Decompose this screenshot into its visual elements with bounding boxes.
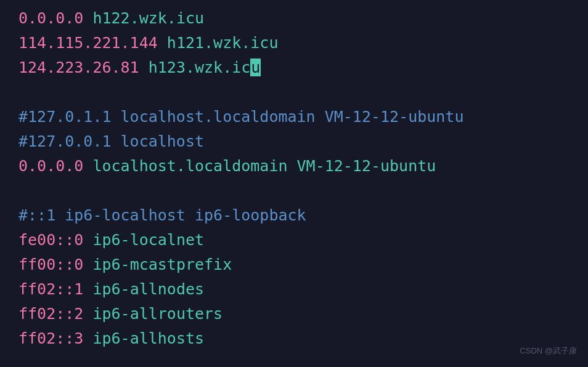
ip-address: ff02::1 — [18, 280, 83, 298]
comment-text: #127.0.1.1 localhost.localdomain VM-12-1… — [18, 108, 463, 126]
ip-address: 0.0.0.0 — [18, 9, 83, 27]
editor-line[interactable]: #127.0.0.1 localhost — [18, 129, 570, 154]
editor-line[interactable]: 0.0.0.0 localhost.localdomain VM-12-12-u… — [18, 154, 570, 179]
cursor: u — [250, 58, 261, 76]
ip-address: ff02::3 — [18, 329, 83, 347]
hostname: localhost.localdomain VM-12-12-ubuntu — [92, 157, 436, 175]
ip-address: 114.115.221.144 — [18, 34, 158, 52]
editor-line[interactable]: 0.0.0.0 h122.wzk.icu — [18, 6, 570, 31]
hostname: ip6-localnet — [92, 231, 204, 249]
editor-line[interactable] — [18, 179, 570, 203]
editor-line[interactable] — [18, 80, 570, 105]
ip-address: ff02::2 — [18, 305, 83, 323]
editor-line[interactable]: fe00::0 ip6-localnet — [18, 228, 570, 252]
watermark: CSDN @武子康 — [520, 339, 577, 363]
hosts-file-content[interactable]: 0.0.0.0 h122.wzk.icu114.115.221.144 h121… — [18, 6, 570, 351]
hostname: h122.wzk.icu — [92, 9, 204, 27]
comment-text: #127.0.0.1 localhost — [18, 132, 204, 150]
ip-address: 0.0.0.0 — [18, 157, 83, 175]
editor-line[interactable]: #127.0.1.1 localhost.localdomain VM-12-1… — [18, 105, 570, 129]
editor-line[interactable]: ff02::1 ip6-allnodes — [18, 277, 570, 302]
ip-address: ff00::0 — [18, 256, 83, 273]
editor-line[interactable]: ff02::2 ip6-allrouters — [18, 302, 570, 326]
hostname: h121.wzk.icu — [167, 34, 279, 52]
ip-address: 124.223.26.81 — [18, 58, 139, 76]
hostname: h123.wzk.ic — [149, 58, 251, 76]
editor-line[interactable]: 114.115.221.144 h121.wzk.icu — [18, 31, 570, 55]
editor-line[interactable]: #::1 ip6-localhost ip6-loopback — [18, 203, 570, 228]
hostname: ip6-allrouters — [92, 305, 223, 323]
editor-line[interactable]: ff02::3 ip6-allhosts — [18, 326, 570, 351]
hostname: ip6-allnodes — [92, 280, 204, 298]
hostname: ip6-allhosts — [92, 329, 204, 347]
comment-text: #::1 ip6-localhost ip6-loopback — [18, 206, 306, 224]
editor-line[interactable]: ff00::0 ip6-mcastprefix — [18, 252, 570, 277]
ip-address: fe00::0 — [18, 231, 83, 249]
hostname: ip6-mcastprefix — [92, 256, 232, 273]
editor-line[interactable]: 124.223.26.81 h123.wzk.icu — [18, 55, 570, 80]
